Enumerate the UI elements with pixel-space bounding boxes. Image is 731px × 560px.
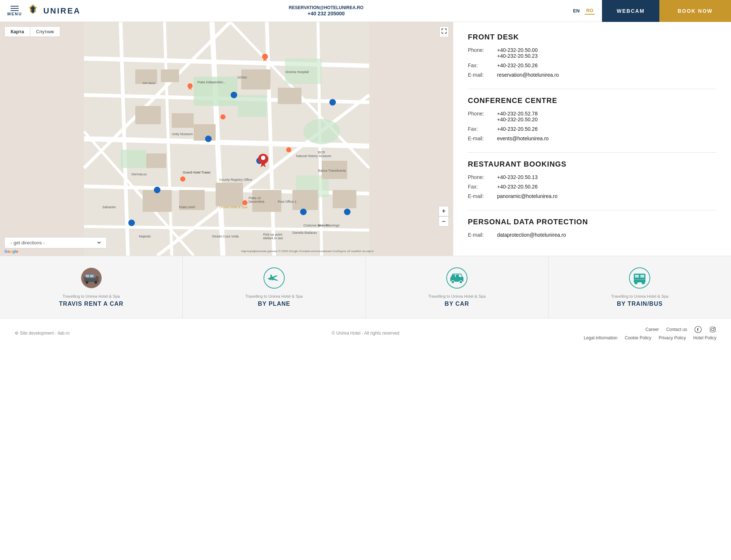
svg-point-51: [300, 209, 307, 215]
map-placeholder[interactable]: Piata Independen... ING Bank Unity Museu…: [0, 22, 453, 256]
svg-point-107: [712, 328, 714, 331]
svg-rect-18: [238, 95, 267, 117]
svg-point-50: [329, 99, 336, 106]
footer: ⚙ Site development - ilab.ro © Unirea Ho…: [0, 318, 731, 348]
conference-title: CONFERENCE CENTRE: [468, 96, 716, 105]
front-desk-email: reservation@hotelunirea.ro: [497, 72, 559, 78]
svg-point-86: [94, 281, 97, 284]
svg-text:Piata Independen...: Piata Independen...: [197, 80, 226, 84]
svg-point-45: [286, 147, 291, 152]
svg-text:Картографические данные © 2020: Картографические данные © 2020 Google Ус…: [241, 249, 374, 253]
directions-input[interactable]: - get directions -: [4, 237, 107, 248]
map-tab-map[interactable]: Карта: [4, 26, 30, 37]
data-protection-email-row: E-mail: dataprotection@hotelunirea.ro: [468, 232, 716, 238]
footer-legal-link[interactable]: Legal information: [584, 335, 617, 340]
menu-button[interactable]: MENU: [7, 6, 22, 16]
restaurant-fax-label: Fax:: [468, 184, 497, 190]
svg-point-85: [86, 281, 88, 284]
bus-title: BY TRAIN/BUS: [617, 301, 663, 307]
rentacar-icon: [80, 267, 102, 289]
front-desk-fax: +40-232-20.50.26: [497, 62, 538, 68]
svg-text:Natural History Museum: Natural History Museum: [296, 154, 332, 158]
restaurant-phone-row: Phone: +40-232-20.50.13: [468, 174, 716, 180]
data-protection-title: PERSONAL DATA PROTECTION: [468, 218, 716, 226]
svg-point-47: [231, 92, 237, 98]
front-desk-fax-row: Fax: +40-232-20.50.26: [468, 62, 716, 68]
conference-email-label: E-mail:: [468, 136, 497, 141]
footer-cookie-link[interactable]: Cookie Policy: [625, 335, 651, 340]
svg-point-53: [344, 209, 351, 215]
logo-area[interactable]: UNIREA: [26, 4, 80, 18]
facebook-icon[interactable]: f: [694, 326, 702, 333]
data-protection-email-label: E-mail:: [468, 232, 497, 238]
webcam-button[interactable]: WEBCAM: [602, 0, 659, 22]
restaurant-fax: +40-232-20.50.26: [497, 184, 538, 190]
svg-point-108: [714, 328, 715, 328]
conference-phone2: +40-232-20.50.20: [497, 117, 538, 122]
car-icon-wrapper: [446, 267, 468, 289]
site-dev-text: ⚙ Site development - ilab.ro: [15, 331, 69, 336]
zoom-out-button[interactable]: −: [439, 216, 449, 226]
zoom-in-button[interactable]: +: [439, 206, 449, 216]
svg-point-89: [264, 268, 284, 288]
main-content: Piata Independen... ING Bank Unity Museu…: [0, 22, 731, 256]
svg-text:DONA: DONA: [238, 76, 247, 79]
travel-item-bus[interactable]: Travelling to Unirea Hotel & Spa BY TRAI…: [549, 256, 731, 318]
map-svg: Piata Independen... ING Bank Unity Museu…: [0, 22, 453, 256]
header: MENU UNIREA RESERVATION@HOTELUNIREA.RO +…: [0, 0, 731, 22]
map-tab-satellite[interactable]: Спутник: [30, 26, 60, 37]
lang-ro[interactable]: RO: [585, 7, 595, 15]
bus-icon: [629, 267, 651, 289]
svg-point-46: [205, 136, 212, 142]
car-photo-icon: [80, 267, 102, 289]
map-expand-button[interactable]: [439, 26, 449, 37]
footer-links-bottom: Legal information Cookie Policy Privacy …: [584, 335, 716, 340]
menu-label: MENU: [7, 12, 22, 16]
conference-phone-label: Phone:: [468, 111, 497, 117]
front-desk-phone2: +40-232-20.50.23: [497, 53, 538, 59]
svg-text:Victoria Hospital: Victoria Hospital: [285, 70, 309, 74]
svg-text:Daniela Badarau: Daniela Badarau: [292, 231, 317, 235]
footer-sitedev: ⚙ Site development - ilab.ro: [15, 331, 249, 336]
logo-icon: [26, 4, 40, 18]
svg-rect-27: [241, 69, 270, 89]
travel-section: Travelling to Unirea Hotel & Spa TRAVIS …: [0, 256, 731, 318]
restaurant-phone-label: Phone:: [468, 174, 497, 180]
svg-rect-92: [452, 275, 455, 277]
svg-rect-103: [634, 281, 645, 282]
booknow-button[interactable]: BOOK NOW: [659, 0, 731, 22]
lang-en[interactable]: EN: [572, 7, 581, 14]
svg-text:Majestic: Majestic: [139, 235, 151, 238]
conference-block: CONFERENCE CENTRE Phone: +40-232-20.52.7…: [468, 96, 716, 141]
travel-item-rentacar[interactable]: Travelling to Unirea Hotel & Spa TRAVIS …: [0, 256, 183, 318]
instagram-icon[interactable]: [709, 326, 716, 333]
restaurant-phone: +40-232-20.50.13: [497, 174, 538, 180]
svg-rect-34: [194, 124, 216, 141]
google-text: G: [4, 249, 8, 254]
svg-text:Unity Museum: Unity Museum: [172, 132, 193, 136]
conference-phone-row: Phone: +40-232-20.52.78 +40-232-20.50.20: [468, 111, 716, 122]
travel-item-car[interactable]: Travelling to Unirea Hotel & Spa BY CAR: [366, 256, 549, 318]
footer-hotel-link[interactable]: Hotel Policy: [693, 335, 716, 340]
conference-email-row: E-mail: events@hotelunirea.ro: [468, 136, 716, 141]
logo-text: UNIREA: [43, 6, 80, 16]
svg-rect-99: [640, 275, 644, 278]
header-email: RESERVATION@HOTELUNIREA.RO: [88, 5, 564, 10]
svg-rect-25: [135, 106, 161, 124]
directions-select[interactable]: - get directions -: [9, 240, 102, 246]
svg-text:f: f: [697, 327, 699, 332]
plane-icon-wrapper: [263, 267, 285, 289]
divider-3: [468, 210, 716, 210]
travel-item-plane[interactable]: Travelling to Unirea Hotel & Spa BY PLAN…: [183, 256, 366, 318]
footer-copyright: © Unirea Hotel - All rights reserved: [249, 331, 482, 336]
svg-rect-37: [333, 190, 356, 208]
svg-text:BCR: BCR: [318, 151, 325, 154]
footer-privacy-link[interactable]: Privacy Policy: [659, 335, 686, 340]
svg-text:Piata-14: Piata-14: [249, 196, 261, 200]
restaurant-fax-row: Fax: +40-232-20.50.26: [468, 184, 716, 190]
svg-rect-28: [278, 88, 302, 104]
footer-career-link[interactable]: Career: [645, 327, 659, 332]
restaurant-email-row: E-mail: panoramic@hotelunirea.ro: [468, 193, 716, 199]
svg-text:Unirea Hotel & Spa: Unirea Hotel & Spa: [219, 205, 247, 209]
footer-contact-link[interactable]: Contact us: [666, 327, 687, 332]
